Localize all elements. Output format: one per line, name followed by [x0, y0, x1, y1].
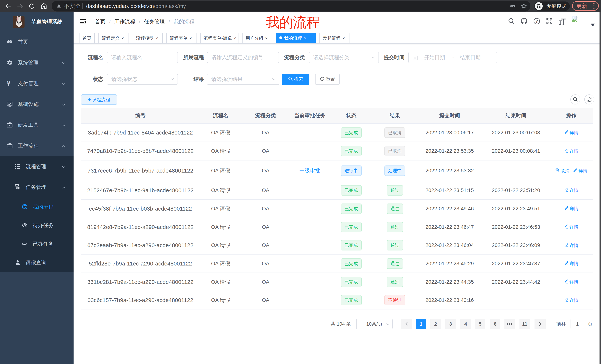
svg-text:?: ? [535, 19, 538, 24]
